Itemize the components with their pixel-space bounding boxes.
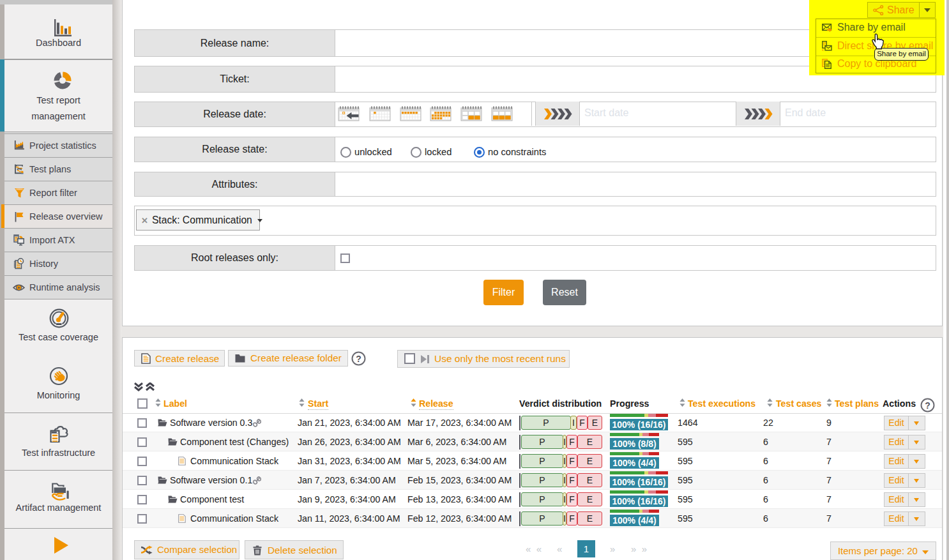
svg-text:?: ? [356, 354, 361, 364]
svg-text:?: ? [925, 400, 930, 411]
